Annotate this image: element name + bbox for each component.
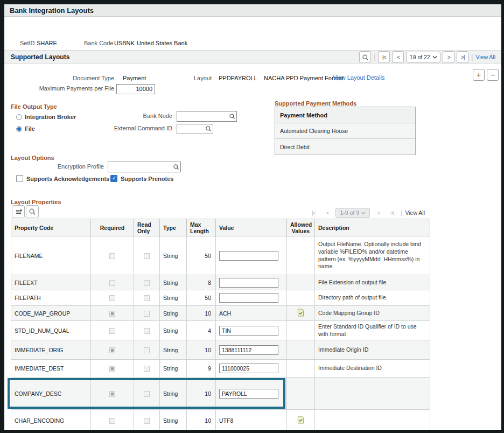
required-checkbox [109,391,115,397]
supports-acknowledgements-label: Supports Acknowledgements [26,176,109,182]
max-length-cell: 10 [187,306,216,321]
grid-search-button[interactable] [26,205,39,218]
document-type-value: Payment [123,75,146,81]
description-cell: Immediate Origin ID [318,346,426,354]
supports-prenotes-checkbox[interactable] [110,175,117,182]
bank-node-input[interactable] [177,111,237,122]
max-length-cell: 10 [187,378,216,410]
description-cell: Directory path of output file. [318,294,426,302]
read-only-checkbox [144,295,150,301]
required-checkbox [109,280,115,286]
search-button[interactable] [359,51,371,63]
description-cell: Enter Standard ID Qualifier of ID to use… [318,323,426,338]
bank-code-label: Bank Code [84,40,113,46]
type-cell: String [160,340,187,360]
col-property-code: Property Code [11,219,91,236]
next-page-button[interactable]: > [372,207,384,219]
chevron-down-icon [361,212,366,214]
external-command-lookup-icon[interactable] [205,125,212,132]
grid-action-menu-button[interactable] [12,205,25,218]
value-input[interactable] [219,251,278,261]
table-header-row: Property Code Required Read Only Type Ma… [11,219,430,236]
last-page-button[interactable]: >| [457,51,468,63]
layout-label: Layout [171,75,212,81]
max-payments-input[interactable] [116,84,155,94]
bank-name: United States Bank [137,40,187,46]
max-length-cell: 50 [187,290,216,306]
col-type: Type [160,219,187,236]
integration-broker-radio[interactable] [16,114,22,120]
col-description: Description [315,219,430,236]
view-all-link[interactable]: View All [475,54,495,60]
col-required: Required [91,219,134,236]
page-position-selector[interactable]: 19 of 22 [406,52,440,62]
search-icon [362,54,369,61]
max-length-cell: 9 [187,360,216,378]
page-position-selector[interactable]: 1-9 of 9 [335,208,370,218]
value-input[interactable] [219,345,278,355]
max-length-cell: 10 [187,340,216,360]
allowed-values-icon[interactable] [297,416,304,424]
property-code-cell: COMPANY_DESC [11,378,91,410]
previous-page-button[interactable]: < [321,207,333,219]
last-page-button[interactable]: >| [386,207,398,219]
setid-value: SHARE [37,40,57,46]
read-only-checkbox [144,280,150,286]
value-input[interactable] [219,293,278,303]
table-row: FILEEXT String 8 File Extension of outpu… [11,275,430,290]
read-only-checkbox [144,391,150,397]
max-length-cell: 50 [187,236,216,275]
read-only-checkbox [144,347,150,353]
table-row: STD_ID_NUM_QUAL String 4 Enter Standard … [11,321,430,340]
read-only-checkbox [144,311,150,317]
encryption-profile-input[interactable] [108,162,181,172]
type-cell: String [160,236,187,275]
value-input[interactable] [219,389,278,399]
first-page-button[interactable]: |< [378,51,390,63]
encryption-profile-lookup-icon[interactable] [173,164,179,170]
required-checkbox [109,328,115,334]
value-text: ACH [219,310,231,317]
search-icon [29,208,36,215]
remove-row-button[interactable]: − [487,69,499,81]
view-layout-details-link[interactable]: View Layout Details [333,74,384,81]
col-max-length: Max Length [187,219,216,236]
first-page-button[interactable]: |< [307,207,319,219]
value-input[interactable] [219,326,278,336]
max-length-cell: 8 [187,275,216,290]
bank-node-lookup-icon[interactable] [229,113,235,120]
property-code-cell: CHAR_ENCODING [11,410,91,430]
table-row: CODE_MAP_GROUP String 10 ACH Code Mappin… [11,306,430,321]
property-code-cell: CODE_MAP_GROUP [11,306,91,321]
next-page-button[interactable]: > [443,51,454,63]
required-checkbox [109,366,115,372]
add-row-button[interactable]: + [473,69,485,81]
allowed-values-icon[interactable] [297,309,304,317]
max-length-cell: 10 [187,410,216,430]
supports-acknowledgements-checkbox[interactable] [16,175,23,182]
max-length-cell: 4 [187,321,216,340]
max-payments-label: Maximum Payments per File [15,85,114,92]
value-text: UTF8 [219,417,233,424]
payment-method-row: Automated Clearing House [275,123,415,139]
file-radio[interactable] [16,126,22,132]
view-all-link[interactable]: View All [405,209,425,216]
file-output-type-heading: File Output Type [11,103,57,110]
value-input[interactable] [219,364,278,373]
type-cell: String [160,306,187,321]
table-row: CHAR_ENCODING String 10 UTF8 [11,410,430,430]
read-only-checkbox [144,253,150,259]
description-cell: File Extension of output file. [318,279,426,287]
layout-options-heading: Layout Options [11,155,54,161]
file-radio-label: File [25,125,35,132]
supported-payment-methods-heading: Supported Payment Methods [275,100,356,107]
page-position-value: 1-9 of 9 [340,209,359,216]
table-row: IMMEDIATE_DEST String 9 Immediate Destin… [11,360,430,378]
encryption-profile-field-wrap [108,162,181,172]
required-checkbox [109,418,115,424]
document-type-label: Document Type [37,75,114,81]
previous-page-button[interactable]: < [392,51,404,63]
required-checkbox [109,347,115,353]
value-input[interactable] [219,278,278,288]
supported-layouts-bar: Supported Layouts | |< < 19 of 22 > >| |… [4,50,501,64]
